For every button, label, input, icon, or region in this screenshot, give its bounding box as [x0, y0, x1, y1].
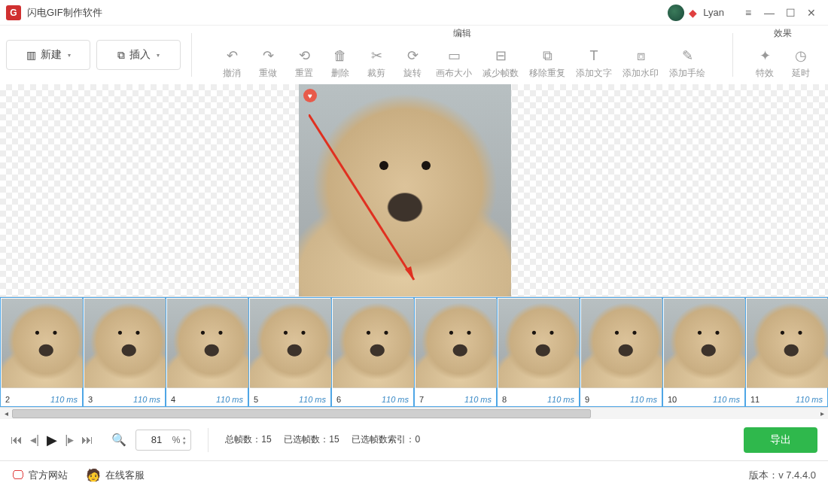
minimize-button[interactable]: — [759, 4, 780, 22]
undo-tool[interactable]: ↶撤消 [214, 47, 250, 84]
addhandwrite-tool[interactable]: ✎添加手绘 [664, 47, 711, 84]
frame-duration: 110 ms [796, 395, 823, 404]
timeline-frame[interactable]: 3110 ms [83, 297, 166, 407]
effects-tool[interactable]: ✦特效 [747, 47, 783, 84]
close-button[interactable]: ✕ [801, 4, 822, 22]
frame-duration: 110 ms [382, 395, 409, 404]
frame-number: 11 [750, 395, 760, 404]
stats-text: 总帧数：15 已选帧数：15 已选帧数索引：0 [225, 433, 420, 446]
crop-tool[interactable]: ✂裁剪 [358, 47, 394, 84]
undo-icon: ↶ [227, 47, 238, 64]
scrollbar-thumb[interactable] [12, 409, 591, 418]
redo-tool[interactable]: ↷重做 [250, 47, 286, 84]
frame-thumbnail [84, 299, 164, 393]
image-icon: ⧈ [637, 47, 645, 64]
sparkle-icon: ✦ [760, 47, 771, 64]
canvassize-tool[interactable]: ▭画布大小 [431, 47, 477, 84]
footer: 🖵 官方网站 🧑 在线客服 版本：v 7.4.4.0 [0, 460, 828, 489]
timeline-scrollbar[interactable]: ◂ ▸ [0, 407, 828, 419]
rotate-icon: ⟳ [407, 47, 419, 64]
frame-thumbnail [498, 299, 578, 393]
titlebar: G 闪电GIF制作软件 ◆ Lyan ≡ — ☐ ✕ [0, 0, 828, 26]
reset-tool[interactable]: ⟲重置 [286, 47, 322, 84]
frame-number: 9 [585, 395, 589, 404]
frame-duration: 110 ms [299, 395, 326, 404]
export-button[interactable]: 导出 [744, 427, 817, 453]
frame-thumbnail [333, 299, 412, 393]
zoom-value: 81 [141, 434, 172, 445]
edit-section: 编辑 ↶撤消 ↷重做 ⟲重置 🗑删除 ✂裁剪 ⟳旋转 ▭画布大小 ⊟减少帧数 ⧉… [196, 26, 728, 84]
frame-thumbnail [747, 299, 826, 393]
reduce-icon: ⊟ [495, 47, 507, 64]
play-button[interactable]: ▶ [47, 432, 57, 448]
text-icon: T [590, 47, 598, 64]
frame-duration: 110 ms [547, 395, 574, 404]
insert-icon: ⧉ [117, 49, 125, 62]
frame-number: 5 [254, 395, 258, 404]
frame-thumbnail [581, 299, 661, 393]
trash-icon: 🗑 [333, 47, 347, 64]
headset-icon: 🧑 [86, 468, 101, 482]
clock-icon: ◷ [795, 47, 807, 64]
delay-tool[interactable]: ◷延时 [783, 47, 819, 84]
toolbar: ▥ 新建 ▾ ⧉ 插入 ▾ 编辑 ↶撤消 ↷重做 ⟲重置 🗑删除 ✂裁剪 ⟳旋转… [0, 26, 828, 84]
frame-number: 4 [171, 395, 175, 404]
timeline-frame[interactable]: 2110 ms [0, 297, 83, 407]
frame-thumbnail [167, 299, 247, 393]
username-label[interactable]: Lyan [703, 7, 724, 18]
official-site-link[interactable]: 🖵 官方网站 [12, 469, 68, 482]
scroll-left-button[interactable]: ◂ [0, 408, 12, 420]
timeline-frame[interactable]: 7110 ms [414, 297, 497, 407]
maximize-button[interactable]: ☐ [780, 4, 801, 22]
menu-button[interactable]: ≡ [738, 4, 759, 22]
insert-button[interactable]: ⧉ 插入 ▾ [96, 40, 181, 70]
user-avatar[interactable] [668, 5, 684, 21]
chevron-down-icon: ▾ [68, 52, 71, 59]
canvas-area[interactable]: ♥ [0, 84, 828, 296]
frame-thumbnail [416, 299, 495, 393]
online-service-link[interactable]: 🧑 在线客服 [86, 468, 145, 482]
rotate-tool[interactable]: ⟳旋转 [394, 47, 431, 84]
edit-section-title: 编辑 [453, 26, 471, 41]
playback-controls: ⏮ ◂| ▶ |▸ ⏭ [11, 432, 93, 448]
dedup-icon: ⧉ [543, 47, 553, 64]
frame-thumbnail [664, 299, 744, 393]
delete-tool[interactable]: 🗑删除 [322, 47, 358, 84]
timeline-frame[interactable]: 9110 ms [580, 297, 662, 407]
app-title: 闪电GIF制作软件 [27, 6, 102, 20]
frame-number: 10 [668, 395, 677, 404]
zoom-spinner[interactable]: ▴▾ [183, 435, 186, 445]
search-icon[interactable]: 🔍 [111, 433, 126, 447]
frame-duration: 110 ms [464, 395, 492, 404]
vip-icon[interactable]: ◆ [689, 7, 697, 19]
reduceframes-tool[interactable]: ⊟减少帧数 [477, 47, 524, 84]
next-frame-button[interactable]: |▸ [65, 433, 74, 447]
timeline-frame[interactable]: 8110 ms [497, 297, 580, 407]
effect-section: 效果 ✦特效 ◷延时 [738, 26, 828, 84]
new-button[interactable]: ▥ 新建 ▾ [6, 40, 90, 70]
frame-number: 2 [5, 395, 10, 404]
frame-duration: 110 ms [133, 395, 160, 404]
frames-strip[interactable]: 2110 ms3110 ms4110 ms5110 ms6110 ms7110 … [0, 297, 828, 407]
timeline-frame[interactable]: 10110 ms [662, 297, 745, 407]
timeline-frame[interactable]: 5110 ms [248, 297, 331, 407]
scissors-icon: ✂ [371, 47, 382, 64]
new-icon: ▥ [26, 49, 36, 61]
zoom-input[interactable]: 81 % ▴▾ [135, 430, 191, 451]
addwatermark-tool[interactable]: ⧈添加水印 [617, 47, 664, 84]
timeline-frame[interactable]: 6110 ms [331, 297, 414, 407]
frame-number: 7 [419, 395, 424, 404]
timeline-frame[interactable]: 4110 ms [166, 297, 248, 407]
chevron-down-icon: ▾ [157, 52, 160, 59]
prev-frame-button[interactable]: ◂| [30, 433, 39, 447]
new-label: 新建 [41, 48, 62, 62]
addtext-tool[interactable]: T添加文字 [571, 47, 617, 84]
last-frame-button[interactable]: ⏭ [81, 433, 93, 447]
redo-icon: ↷ [263, 47, 274, 64]
reset-icon: ⟲ [299, 47, 310, 64]
timeline-frame[interactable]: 11110 ms [745, 297, 828, 407]
first-frame-button[interactable]: ⏮ [11, 433, 23, 447]
frame-number: 6 [336, 395, 341, 404]
removedup-tool[interactable]: ⧉移除重复 [524, 47, 571, 84]
scroll-right-button[interactable]: ▸ [816, 408, 828, 420]
